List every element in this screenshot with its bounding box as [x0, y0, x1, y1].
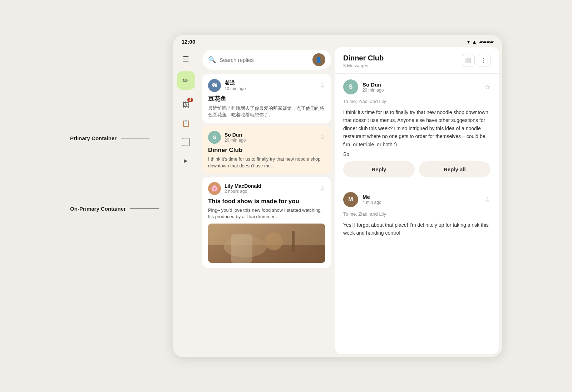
msg-recipients-1: To me, Ziad, and Lily: [343, 99, 490, 104]
search-input[interactable]: [220, 57, 309, 63]
msg-recipients-2: To me, Ziad, and Lily: [343, 211, 490, 217]
email-time-1: 10 min ago: [225, 86, 316, 91]
sidebar-item-mail[interactable]: 📋: [178, 116, 194, 131]
svg-point-4: [265, 232, 283, 250]
signal-icon: ▲: [472, 39, 477, 45]
label-line-2: [130, 209, 159, 209]
on-primary-container-label: On-Primary Container: [70, 206, 159, 212]
mail-icon: 📋: [182, 119, 190, 127]
email-preview-2: I think it's time for us to finally try …: [208, 156, 325, 169]
msg-sender-name-1: So Duri: [363, 82, 384, 88]
sender-name-3: Lily MacDonald: [225, 183, 316, 189]
email-card-1[interactable]: 强 老强 10 min ago ☆ 豆花鱼 最近忙吗？昨晚我去了你最爱的那家饭馆…: [202, 74, 331, 123]
avatar-initial: 强: [212, 82, 217, 89]
msg-star-icon-1[interactable]: ☆: [485, 83, 490, 91]
msg-sender-name-2: Me: [363, 194, 381, 200]
star-icon-2[interactable]: ☆: [320, 133, 325, 141]
email-image-preview: [208, 224, 325, 263]
email-detail: Dinner Club 3 Messages ⬜ ⋮: [335, 47, 499, 354]
avatar-me-detail: M: [343, 192, 358, 207]
avatar-initial: 🌸: [211, 185, 218, 192]
search-bar[interactable]: 🔍 👤: [202, 50, 331, 70]
sender-info-3: Lily MacDonald 2 hours ago: [225, 183, 316, 194]
menu-icon: ☰: [183, 55, 189, 63]
chat-icon: [182, 138, 190, 146]
label-line-1: [121, 138, 149, 138]
msg-sender-block-2: Me 4 min ago: [363, 194, 381, 205]
message-header-1: S So Duri 20 min ago ☆: [343, 79, 490, 94]
msg-body-1: I think it's time for us to finally try …: [343, 108, 490, 148]
email-preview-3: Ping– you'd love this new food show I st…: [208, 207, 325, 220]
compose-button[interactable]: ✏: [177, 71, 195, 90]
primary-container-label: Primary Container: [70, 135, 159, 141]
detail-messages: S So Duri 20 min ago ☆ To me, Ziad, and …: [335, 74, 499, 354]
svg-rect-3: [231, 234, 252, 263]
sidebar: ☰ ✏ 🖼 4 📋: [173, 47, 199, 357]
svg-rect-5: [292, 231, 295, 252]
status-time: 12:00: [182, 39, 195, 45]
msg-time-2: 4 min ago: [363, 200, 381, 205]
sender-info-2: So Duri 20 min ago: [225, 132, 316, 143]
email-subject-2: Dinner Club: [208, 147, 325, 154]
user-avatar-initial: 👤: [316, 57, 322, 63]
avatar-initial: S: [213, 134, 216, 140]
user-avatar[interactable]: 👤: [312, 53, 325, 66]
message-card-2: M Me 4 min ago ☆ To me, Ziad, and Lily Y…: [343, 192, 490, 244]
msg-sender-block-1: So Duri 20 min ago: [363, 82, 384, 93]
msg-body-2: Yes! I forgot about that place! I'm defi…: [343, 221, 490, 237]
image-placeholder: [208, 224, 325, 263]
avatar-laoquiang: 强: [208, 79, 221, 92]
avatar-soduri-detail: S: [343, 79, 358, 94]
sidebar-item-video[interactable]: ▶: [178, 153, 194, 168]
labels-column: Primary Container On-Primary Container: [70, 35, 159, 212]
sidebar-item-menu[interactable]: ☰: [178, 51, 194, 67]
video-icon: ▶: [184, 158, 188, 163]
detail-subtitle: 3 Messages: [343, 63, 384, 68]
wifi-icon: ▾: [467, 39, 470, 45]
notification-badge: 4: [187, 98, 193, 102]
sidebar-item-chat[interactable]: [178, 134, 194, 150]
more-options-button[interactable]: ⋮: [478, 54, 490, 67]
detail-header: Dinner Club 3 Messages ⬜ ⋮: [335, 47, 499, 74]
avatar-lily: 🌸: [208, 182, 221, 195]
avatar-soduri-list: S: [208, 131, 221, 144]
status-bar: 12:00 ▾ ▲ ▰▰▰▰: [173, 35, 502, 47]
sidebar-item-notifications[interactable]: 🖼 4: [178, 97, 194, 113]
avatar-soduri-initial: S: [349, 84, 353, 90]
sender-name-2: So Duri: [225, 132, 316, 138]
detail-title-block: Dinner Club 3 Messages: [343, 54, 384, 68]
email-subject-3: This food show is made for you: [208, 198, 325, 205]
main-content: ☰ ✏ 🖼 4 📋: [173, 47, 502, 357]
phone-frame: 12:00 ▾ ▲ ▰▰▰▰ ☰ ✏ 🖼: [173, 35, 502, 357]
detail-header-actions: ⬜ ⋮: [462, 54, 490, 67]
message-header-2: M Me 4 min ago ☆: [343, 192, 490, 207]
msg-signature-1: So: [343, 151, 490, 157]
email-time-3: 2 hours ago: [225, 189, 316, 194]
email-time-2: 20 min ago: [225, 138, 316, 143]
archive-button[interactable]: ⬜: [462, 54, 475, 67]
star-icon-3[interactable]: ☆: [320, 185, 325, 192]
avatar-me-initial: M: [348, 196, 353, 203]
status-icons: ▾ ▲ ▰▰▰▰: [467, 39, 493, 45]
sender-name-1: 老强: [225, 80, 316, 86]
email-list: 🔍 👤 强 老强 10 min ago: [199, 47, 335, 357]
email-card-3[interactable]: 🌸 Lily MacDonald 2 hours ago ☆ This food…: [202, 177, 331, 268]
more-options-icon: ⋮: [481, 57, 487, 64]
email-subject-1: 豆花鱼: [208, 95, 325, 103]
compose-icon: ✏: [183, 76, 189, 85]
star-icon-1[interactable]: ☆: [320, 82, 325, 89]
email-card-2[interactable]: S So Duri 20 min ago ☆ Dinner Club I thi…: [202, 126, 331, 174]
message-card-1: S So Duri 20 min ago ☆ To me, Ziad, and …: [343, 79, 490, 186]
search-icon: 🔍: [208, 56, 216, 64]
email-preview-1: 最近忙吗？昨晚我去了你最爱的那家饭馆，点了他们的特色豆花鱼，吃着吃着就想你了。: [208, 105, 325, 118]
msg-star-icon-2[interactable]: ☆: [485, 196, 490, 204]
reply-actions: Reply Reply all: [343, 157, 490, 179]
reply-all-button[interactable]: Reply all: [419, 161, 490, 177]
detail-title: Dinner Club: [343, 54, 384, 62]
sender-info-1: 老强 10 min ago: [225, 80, 316, 91]
battery-icon: ▰▰▰▰: [479, 39, 493, 45]
archive-icon: ⬜: [465, 58, 471, 63]
reply-button[interactable]: Reply: [343, 161, 415, 177]
msg-time-1: 20 min ago: [363, 88, 384, 93]
